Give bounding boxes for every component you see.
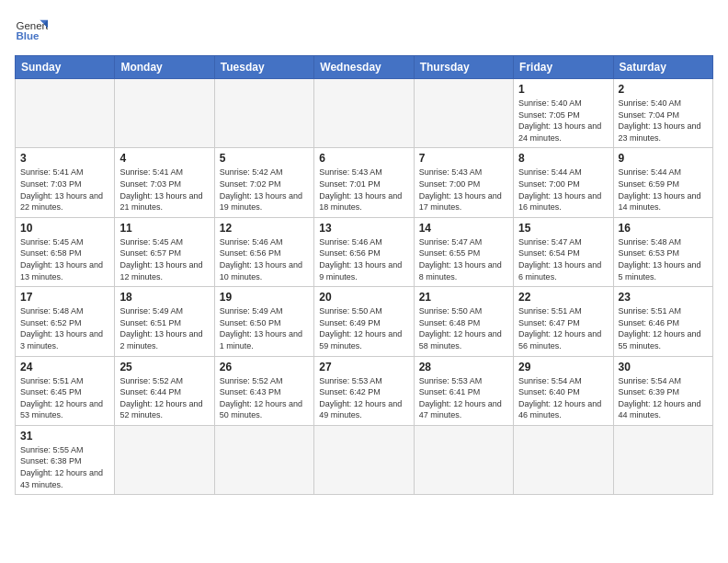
day-info: Sunrise: 5:49 AM Sunset: 6:51 PM Dayligh… — [119, 305, 209, 351]
day-info: Sunrise: 5:50 AM Sunset: 6:49 PM Dayligh… — [319, 305, 408, 351]
day-info: Sunrise: 5:45 AM Sunset: 6:57 PM Dayligh… — [119, 236, 209, 282]
day-number: 14 — [419, 222, 508, 235]
calendar-cell: 29Sunrise: 5:54 AM Sunset: 6:40 PM Dayli… — [514, 356, 613, 425]
day-number: 12 — [220, 222, 309, 235]
calendar-cell: 18Sunrise: 5:49 AM Sunset: 6:51 PM Dayli… — [115, 287, 214, 356]
calendar-cell: 16Sunrise: 5:48 AM Sunset: 6:53 PM Dayli… — [613, 217, 712, 286]
day-info: Sunrise: 5:53 AM Sunset: 6:42 PM Dayligh… — [319, 375, 408, 421]
day-header-thursday: Thursday — [414, 56, 513, 79]
calendar-header-row: SundayMondayTuesdayWednesdayThursdayFrid… — [16, 56, 713, 79]
day-info: Sunrise: 5:41 AM Sunset: 7:03 PM Dayligh… — [119, 167, 209, 213]
week-row-2: 3Sunrise: 5:41 AM Sunset: 7:03 PM Daylig… — [16, 148, 713, 217]
calendar-cell: 22Sunrise: 5:51 AM Sunset: 6:47 PM Dayli… — [514, 287, 613, 356]
day-info: Sunrise: 5:51 AM Sunset: 6:45 PM Dayligh… — [20, 375, 109, 421]
day-info: Sunrise: 5:53 AM Sunset: 6:41 PM Dayligh… — [419, 375, 508, 421]
week-row-5: 24Sunrise: 5:51 AM Sunset: 6:45 PM Dayli… — [16, 356, 713, 425]
day-info: Sunrise: 5:51 AM Sunset: 6:47 PM Dayligh… — [518, 305, 608, 351]
day-number: 23 — [619, 291, 708, 304]
calendar-cell — [314, 425, 414, 494]
day-info: Sunrise: 5:45 AM Sunset: 6:58 PM Dayligh… — [20, 236, 109, 282]
calendar-cell: 5Sunrise: 5:42 AM Sunset: 7:02 PM Daylig… — [214, 148, 313, 217]
day-number: 20 — [319, 291, 408, 304]
day-number: 25 — [119, 361, 209, 373]
calendar-cell: 2Sunrise: 5:40 AM Sunset: 7:04 PM Daylig… — [613, 79, 712, 148]
day-info: Sunrise: 5:49 AM Sunset: 6:50 PM Dayligh… — [220, 305, 309, 351]
calendar-cell: 6Sunrise: 5:43 AM Sunset: 7:01 PM Daylig… — [314, 148, 414, 217]
calendar-cell: 10Sunrise: 5:45 AM Sunset: 6:58 PM Dayli… — [16, 217, 115, 286]
calendar-cell: 21Sunrise: 5:50 AM Sunset: 6:48 PM Dayli… — [414, 287, 513, 356]
day-number: 1 — [518, 83, 608, 96]
calendar-cell: 25Sunrise: 5:52 AM Sunset: 6:44 PM Dayli… — [115, 356, 214, 425]
calendar-cell — [214, 425, 313, 494]
day-number: 30 — [619, 361, 708, 373]
day-info: Sunrise: 5:48 AM Sunset: 6:53 PM Dayligh… — [619, 236, 708, 282]
day-number: 5 — [220, 152, 309, 165]
header: General Blue — [15, 15, 713, 48]
week-row-3: 10Sunrise: 5:45 AM Sunset: 6:58 PM Dayli… — [16, 217, 713, 286]
svg-text:Blue: Blue — [16, 30, 40, 41]
day-info: Sunrise: 5:40 AM Sunset: 7:05 PM Dayligh… — [518, 98, 608, 144]
calendar-cell — [514, 425, 613, 494]
week-row-1: 1Sunrise: 5:40 AM Sunset: 7:05 PM Daylig… — [16, 79, 713, 148]
calendar-cell — [414, 79, 513, 148]
day-info: Sunrise: 5:44 AM Sunset: 6:59 PM Dayligh… — [619, 167, 708, 213]
day-header-monday: Monday — [115, 56, 214, 79]
calendar-cell: 28Sunrise: 5:53 AM Sunset: 6:41 PM Dayli… — [414, 356, 513, 425]
calendar-cell: 1Sunrise: 5:40 AM Sunset: 7:05 PM Daylig… — [514, 79, 613, 148]
day-number: 31 — [20, 430, 109, 442]
calendar-cell: 11Sunrise: 5:45 AM Sunset: 6:57 PM Dayli… — [115, 217, 214, 286]
day-number: 3 — [20, 152, 109, 165]
logo-icon: General Blue — [15, 15, 48, 48]
day-number: 4 — [119, 152, 209, 165]
day-number: 29 — [518, 361, 608, 373]
calendar-cell: 19Sunrise: 5:49 AM Sunset: 6:50 PM Dayli… — [214, 287, 313, 356]
calendar-cell — [115, 79, 214, 148]
calendar-cell: 7Sunrise: 5:43 AM Sunset: 7:00 PM Daylig… — [414, 148, 513, 217]
calendar-cell: 31Sunrise: 5:55 AM Sunset: 6:38 PM Dayli… — [16, 425, 115, 494]
day-info: Sunrise: 5:54 AM Sunset: 6:40 PM Dayligh… — [518, 375, 608, 421]
day-number: 21 — [419, 291, 508, 304]
calendar-cell: 12Sunrise: 5:46 AM Sunset: 6:56 PM Dayli… — [214, 217, 313, 286]
day-number: 9 — [619, 152, 708, 165]
day-number: 19 — [220, 291, 309, 304]
day-number: 8 — [518, 152, 608, 165]
calendar-cell: 3Sunrise: 5:41 AM Sunset: 7:03 PM Daylig… — [16, 148, 115, 217]
day-number: 27 — [319, 361, 408, 373]
day-info: Sunrise: 5:55 AM Sunset: 6:38 PM Dayligh… — [20, 444, 109, 490]
day-info: Sunrise: 5:50 AM Sunset: 6:48 PM Dayligh… — [419, 305, 508, 351]
calendar-cell — [414, 425, 513, 494]
day-number: 24 — [20, 361, 109, 373]
calendar-cell: 26Sunrise: 5:52 AM Sunset: 6:43 PM Dayli… — [214, 356, 313, 425]
calendar-cell: 23Sunrise: 5:51 AM Sunset: 6:46 PM Dayli… — [613, 287, 712, 356]
calendar-cell: 14Sunrise: 5:47 AM Sunset: 6:55 PM Dayli… — [414, 217, 513, 286]
day-number: 17 — [20, 291, 109, 304]
calendar-cell: 20Sunrise: 5:50 AM Sunset: 6:49 PM Dayli… — [314, 287, 414, 356]
calendar-cell — [16, 79, 115, 148]
day-number: 6 — [319, 152, 408, 165]
calendar-cell: 13Sunrise: 5:46 AM Sunset: 6:56 PM Dayli… — [314, 217, 414, 286]
calendar-cell: 8Sunrise: 5:44 AM Sunset: 7:00 PM Daylig… — [514, 148, 613, 217]
day-number: 28 — [419, 361, 508, 373]
day-info: Sunrise: 5:40 AM Sunset: 7:04 PM Dayligh… — [619, 98, 708, 144]
week-row-6: 31Sunrise: 5:55 AM Sunset: 6:38 PM Dayli… — [16, 425, 713, 494]
day-number: 13 — [319, 222, 408, 235]
day-header-sunday: Sunday — [16, 56, 115, 79]
day-number: 2 — [619, 83, 708, 96]
calendar-cell: 4Sunrise: 5:41 AM Sunset: 7:03 PM Daylig… — [115, 148, 214, 217]
calendar-cell: 9Sunrise: 5:44 AM Sunset: 6:59 PM Daylig… — [613, 148, 712, 217]
day-info: Sunrise: 5:51 AM Sunset: 6:46 PM Dayligh… — [619, 305, 708, 351]
day-info: Sunrise: 5:54 AM Sunset: 6:39 PM Dayligh… — [619, 375, 708, 421]
day-info: Sunrise: 5:52 AM Sunset: 6:44 PM Dayligh… — [119, 375, 209, 421]
calendar: SundayMondayTuesdayWednesdayThursdayFrid… — [15, 55, 713, 495]
day-number: 26 — [220, 361, 309, 373]
day-number: 15 — [518, 222, 608, 235]
calendar-cell — [314, 79, 414, 148]
day-info: Sunrise: 5:47 AM Sunset: 6:54 PM Dayligh… — [518, 236, 608, 282]
day-number: 11 — [119, 222, 209, 235]
day-info: Sunrise: 5:43 AM Sunset: 7:00 PM Dayligh… — [419, 167, 508, 213]
day-info: Sunrise: 5:42 AM Sunset: 7:02 PM Dayligh… — [220, 167, 309, 213]
day-info: Sunrise: 5:46 AM Sunset: 6:56 PM Dayligh… — [220, 236, 309, 282]
day-number: 22 — [518, 291, 608, 304]
day-header-friday: Friday — [514, 56, 613, 79]
calendar-cell: 15Sunrise: 5:47 AM Sunset: 6:54 PM Dayli… — [514, 217, 613, 286]
